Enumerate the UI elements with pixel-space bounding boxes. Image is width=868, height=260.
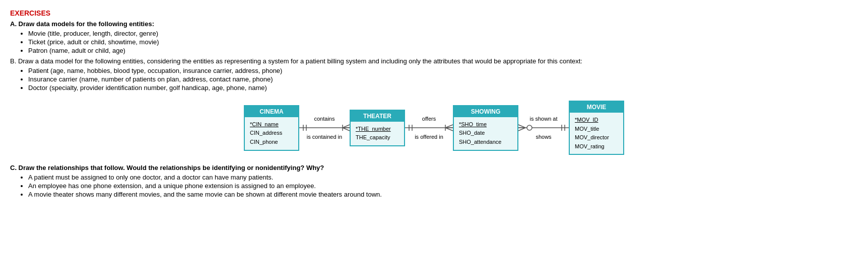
list-item: Patron (name, adult or child, age): [28, 47, 858, 54]
svg-line-12: [445, 128, 453, 131]
entity-cinema-body: *CIN_name CIN_address CIN_phone: [245, 117, 298, 150]
section-c-label: C. Draw the relationships that follow. W…: [10, 164, 858, 171]
section-a-label: A. Draw data models for the following en…: [10, 20, 858, 28]
entity-cinema-header: CINEMA: [245, 106, 298, 117]
entity-movie: MOVIE *MOV_ID MOV_title MOV_director MOV…: [569, 101, 624, 155]
section-c-area: C. Draw the relationships that follow. W…: [10, 164, 858, 198]
entity-theater-header: THEATER: [351, 111, 404, 122]
list-item: An employee has one phone extension, and…: [28, 182, 858, 190]
rel-label-is-contained-in: is contained in: [307, 134, 342, 140]
list-item: Patient (age, name, hobbies, blood type,…: [28, 67, 858, 74]
entity-showing: SHOWING *SHO_time SHO_date SHO_attendanc…: [453, 105, 518, 151]
list-item: Insurance carrier (name, number of patie…: [28, 75, 858, 83]
rel-label-is-offered-in: is offered in: [415, 134, 443, 140]
rel-label-shows: shows: [536, 134, 551, 140]
section-b-list: Patient (age, name, hobbies, blood type,…: [28, 67, 858, 92]
svg-line-17: [518, 128, 525, 131]
svg-point-18: [527, 125, 532, 130]
connector-theater-showing: offers is offered in: [405, 116, 453, 140]
connector-cinema-theater: contains is contained in: [299, 116, 350, 140]
section-a-list: Movie (title, producer, length, director…: [28, 30, 858, 54]
rel-label-is-shown-at: is shown at: [529, 116, 557, 122]
er-diagram: CINEMA *CIN_name CIN_address CIN_phone c…: [10, 101, 858, 155]
connector-showing-movie: is shown at shows: [518, 116, 569, 140]
list-item: Movie (title, producer, length, director…: [28, 30, 858, 37]
entity-showing-header: SHOWING: [454, 106, 517, 117]
entity-movie-header: MOVIE: [570, 102, 623, 113]
rel-label-offers: offers: [422, 116, 436, 122]
svg-line-10: [445, 125, 453, 128]
entity-cinema: CINEMA *CIN_name CIN_address CIN_phone: [244, 105, 299, 151]
section-c-list: A patient must be assigned to only one d…: [28, 174, 858, 198]
entity-theater-body: *THE_number THE_capacity: [351, 122, 404, 145]
svg-line-3: [343, 125, 350, 128]
list-item: A patient must be assigned to only one d…: [28, 174, 858, 181]
list-item: Doctor (specialty, provider identificati…: [28, 84, 858, 92]
rel-label-contains: contains: [314, 116, 335, 122]
list-item: Ticket (price, adult or child, showtime,…: [28, 38, 858, 46]
svg-line-15: [518, 125, 525, 128]
list-item: A movie theater shows many different mov…: [28, 191, 858, 198]
entity-theater: THEATER *THE_number THE_capacity: [350, 110, 405, 146]
section-b-label: B. Draw a data model for the following e…: [10, 57, 858, 65]
entity-movie-body: *MOV_ID MOV_title MOV_director MOV_ratin…: [570, 113, 623, 154]
svg-line-5: [343, 128, 350, 131]
section-title: EXERCISES: [10, 9, 858, 17]
entity-showing-body: *SHO_time SHO_date SHO_attendance: [454, 117, 517, 150]
